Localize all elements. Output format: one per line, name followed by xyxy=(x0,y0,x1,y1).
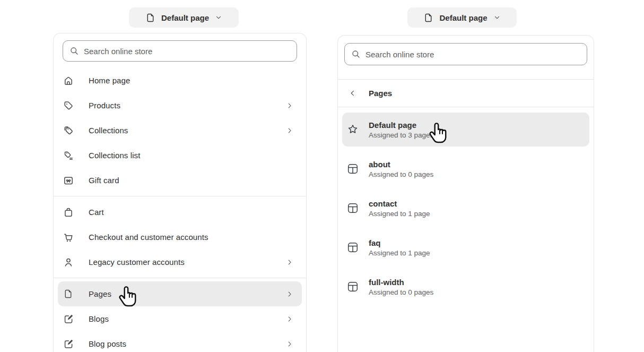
menu-item-products[interactable]: Products xyxy=(58,93,302,118)
menu-item-label: Gift card xyxy=(89,176,119,185)
collections-list-icon xyxy=(63,150,74,161)
page-item-subtitle: Assigned to 1 page xyxy=(369,249,430,257)
page-item-title: contact xyxy=(369,199,430,208)
person-icon xyxy=(63,257,74,268)
tag-icon xyxy=(63,100,74,111)
page-item-subtitle: Assigned to 3 pages xyxy=(369,131,433,139)
template-selector-button[interactable]: Default page xyxy=(129,7,239,28)
chevron-right-icon xyxy=(286,127,293,134)
menu-item-pages[interactable]: Pages xyxy=(58,281,302,306)
page-item-subtitle: Assigned to 0 pages xyxy=(369,288,433,296)
chevron-left-icon[interactable] xyxy=(349,89,356,97)
page-icon xyxy=(145,13,155,23)
search-box[interactable] xyxy=(63,40,297,62)
chevron-right-icon xyxy=(286,340,293,348)
chevron-down-icon xyxy=(493,14,501,21)
template-selector-label: Default page xyxy=(161,13,209,22)
search-input[interactable] xyxy=(84,41,290,61)
page-item-contact[interactable]: contactAssigned to 1 page xyxy=(342,191,589,225)
template-icon xyxy=(346,162,359,175)
menu-item-gift-card[interactable]: Gift card xyxy=(58,168,302,193)
menu-divider xyxy=(54,196,306,196)
page-item-about[interactable]: aboutAssigned to 0 pages xyxy=(342,152,589,186)
chevron-right-icon xyxy=(286,259,293,266)
chevron-right-icon xyxy=(286,102,293,109)
page-item-title: about xyxy=(369,160,433,169)
page-item-text: faqAssigned to 1 page xyxy=(369,238,430,257)
menu-divider xyxy=(54,278,306,278)
page-item-title: Default page xyxy=(369,121,433,130)
page-item-subtitle: Assigned to 1 page xyxy=(369,210,430,218)
page-icon xyxy=(423,13,433,23)
template-icon xyxy=(346,241,359,254)
chevron-down-icon xyxy=(215,14,222,21)
collections-icon xyxy=(63,125,74,136)
pages-header-title: Pages xyxy=(369,89,392,98)
page-item-full-width[interactable]: full-widthAssigned to 0 pages xyxy=(342,270,589,304)
screen: { "left_panel": { "trigger": { "label": … xyxy=(0,0,644,352)
template-icon xyxy=(346,280,359,293)
template-selector-label: Default page xyxy=(439,13,487,22)
page-item-title: full-width xyxy=(369,278,433,287)
page-item-text: contactAssigned to 1 page xyxy=(369,199,430,218)
pages-picker-panel: Pages Default pageAssigned to 3 pagesabo… xyxy=(337,35,594,352)
search-icon xyxy=(351,49,361,59)
menu-item-blog-posts[interactable]: Blog posts xyxy=(58,331,302,352)
search-box[interactable] xyxy=(344,43,587,65)
home-icon xyxy=(63,75,74,86)
cart-icon xyxy=(63,232,74,243)
page-item-text: aboutAssigned to 0 pages xyxy=(369,160,433,178)
menu-item-label: Checkout and customer accounts xyxy=(89,233,208,242)
page-item-faq[interactable]: faqAssigned to 1 page xyxy=(342,230,589,264)
menu-item-label: Collections list xyxy=(89,151,140,160)
page-item-title: faq xyxy=(369,238,430,247)
menu-item-collections[interactable]: Collections xyxy=(58,118,302,143)
chevron-right-icon xyxy=(286,315,293,323)
pages-back-header[interactable]: Pages xyxy=(338,80,594,107)
menu-item-checkout-and-customer-accounts[interactable]: Checkout and customer accounts xyxy=(58,225,302,250)
page-item-default-page[interactable]: Default pageAssigned to 3 pages xyxy=(342,113,589,147)
template-menu: Home pageProductsCollectionsCollections … xyxy=(54,68,306,352)
menu-item-label: Pages xyxy=(89,289,111,298)
blog-icon xyxy=(63,339,74,349)
menu-item-label: Home page xyxy=(89,76,130,85)
page-item-text: Default pageAssigned to 3 pages xyxy=(369,121,433,139)
menu-item-label: Blogs xyxy=(89,314,109,323)
menu-item-label: Cart xyxy=(89,208,104,217)
template-selector-button[interactable]: Default page xyxy=(407,7,517,28)
pages-list: Default pageAssigned to 3 pagesaboutAssi… xyxy=(338,107,594,304)
star-icon xyxy=(346,123,359,136)
menu-item-legacy-customer-accounts[interactable]: Legacy customer accounts xyxy=(58,250,302,274)
menu-item-label: Products xyxy=(89,101,120,110)
chevron-right-icon xyxy=(286,290,293,298)
menu-item-home-page[interactable]: Home page xyxy=(58,68,302,93)
page-item-subtitle: Assigned to 0 pages xyxy=(369,170,433,178)
menu-item-label: Legacy customer accounts xyxy=(89,257,185,267)
menu-item-blogs[interactable]: Blogs xyxy=(58,306,302,331)
bag-icon xyxy=(63,207,74,218)
template-icon xyxy=(346,202,359,214)
search-input[interactable] xyxy=(365,44,580,65)
page-icon xyxy=(63,289,74,299)
menu-item-cart[interactable]: Cart xyxy=(58,200,302,225)
page-item-text: full-widthAssigned to 0 pages xyxy=(369,278,433,296)
menu-item-label: Blog posts xyxy=(89,339,126,348)
search-icon xyxy=(69,46,79,56)
gift-card-icon xyxy=(63,175,74,186)
menu-item-collections-list[interactable]: Collections list xyxy=(58,143,302,168)
blog-icon xyxy=(63,314,74,324)
menu-item-label: Collections xyxy=(89,126,128,135)
template-picker-panel: Home pageProductsCollectionsCollections … xyxy=(53,33,307,352)
